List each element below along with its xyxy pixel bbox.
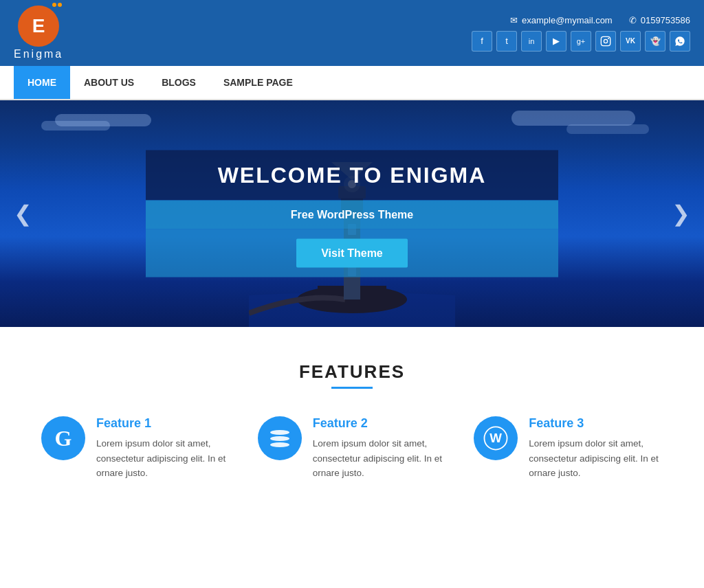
logo-name: Enigma	[14, 48, 63, 60]
feature-3: W Feature 3 Lorem ipsum dolor sit amet, …	[474, 416, 663, 481]
cloud-4	[566, 124, 649, 134]
slider-next-arrow[interactable]: ❯	[665, 194, 697, 234]
top-bar-right: ✉ example@mymail.com ✆ 0159753586 f t in…	[472, 15, 690, 52]
feature-3-icon: W	[474, 416, 518, 460]
hero-slider: WELCOME TO ENIGMA Free WordPress Theme V…	[0, 100, 704, 327]
feature-3-desc: Lorem ipsum dolor sit amet, consectetur …	[529, 436, 663, 481]
features-grid: G Feature 1 Lorem ipsum dolor sit amet, …	[41, 416, 663, 481]
svg-text:W: W	[490, 431, 503, 445]
email-text: example@mymail.com	[522, 15, 613, 25]
social-linkedin[interactable]: in	[521, 31, 542, 52]
social-twitter[interactable]: t	[496, 31, 517, 52]
slider-prev-arrow[interactable]: ❮	[7, 194, 39, 234]
hero-title: WELCOME TO ENIGMA	[173, 163, 531, 188]
hero-subtitle-box: Free WordPress Theme	[146, 201, 558, 229]
hero-subtitle: Free WordPress Theme	[173, 209, 531, 221]
social-facebook[interactable]: f	[472, 31, 492, 52]
hero-title-box: WELCOME TO ENIGMA	[146, 150, 558, 201]
feature-3-title: Feature 3	[529, 416, 663, 431]
features-title: FEATURES	[41, 361, 663, 383]
feature-1-content: Feature 1 Lorem ipsum dolor sit amet, co…	[96, 416, 230, 481]
feature-1-icon: G	[41, 416, 85, 460]
features-underline	[331, 387, 373, 389]
database-icon	[270, 430, 289, 447]
social-icons-bar: f t in ▶ g+ VK 👻	[472, 31, 690, 52]
feature-1-title: Feature 1	[96, 416, 230, 431]
features-section: FEATURES G Feature 1 Lorem ipsum dolor s…	[0, 327, 704, 522]
google-g-icon: G	[55, 426, 72, 451]
logo-letter: E	[32, 15, 45, 37]
hero-overlay: WELCOME TO ENIGMA Free WordPress Theme V…	[146, 150, 558, 278]
phone-contact: ✆ 0159753586	[629, 15, 690, 25]
logo-dots	[52, 3, 62, 7]
nav-bar: HOME ABOUT US BLOGS SAMPLE PAGE	[0, 66, 704, 100]
social-googleplus[interactable]: g+	[571, 31, 591, 52]
phone-text: 0159753586	[641, 15, 690, 25]
hero-button-box: Visit Theme	[146, 229, 558, 278]
email-icon: ✉	[510, 15, 518, 25]
phone-icon: ✆	[629, 15, 637, 25]
social-whatsapp[interactable]	[670, 31, 690, 52]
feature-2-title: Feature 2	[313, 416, 447, 431]
feature-3-content: Feature 3 Lorem ipsum dolor sit amet, co…	[529, 416, 663, 481]
nav-blogs[interactable]: BLOGS	[148, 66, 210, 99]
feature-2-icon	[258, 416, 302, 460]
feature-1-desc: Lorem ipsum dolor sit amet, consectetur …	[96, 436, 230, 481]
nav-about[interactable]: ABOUT US	[70, 66, 148, 99]
social-youtube[interactable]: ▶	[546, 31, 566, 52]
top-bar: E Enigma ✉ example@mymail.com ✆ 01597535…	[0, 0, 704, 66]
logo-icon: E	[18, 5, 59, 47]
feature-1: G Feature 1 Lorem ipsum dolor sit amet, …	[41, 416, 230, 481]
hero-background: WELCOME TO ENIGMA Free WordPress Theme V…	[0, 100, 704, 327]
visit-theme-button[interactable]: Visit Theme	[296, 239, 408, 268]
feature-2-desc: Lorem ipsum dolor sit amet, consectetur …	[313, 436, 447, 481]
logo-area: E Enigma	[14, 5, 63, 60]
wordpress-icon: W	[483, 426, 508, 451]
cloud-3	[512, 111, 635, 126]
contact-info: ✉ example@mymail.com ✆ 0159753586	[510, 15, 690, 25]
cloud-2	[41, 121, 110, 131]
social-snapchat[interactable]: 👻	[645, 31, 666, 52]
feature-2-content: Feature 2 Lorem ipsum dolor sit amet, co…	[313, 416, 447, 481]
svg-point-2	[608, 38, 609, 39]
feature-2: Feature 2 Lorem ipsum dolor sit amet, co…	[258, 416, 447, 481]
nav-sample[interactable]: SAMPLE PAGE	[210, 66, 307, 99]
social-instagram[interactable]	[595, 31, 616, 52]
social-vk[interactable]: VK	[620, 31, 641, 52]
email-contact: ✉ example@mymail.com	[510, 15, 613, 25]
nav-home[interactable]: HOME	[14, 66, 70, 99]
svg-point-1	[604, 39, 607, 43]
